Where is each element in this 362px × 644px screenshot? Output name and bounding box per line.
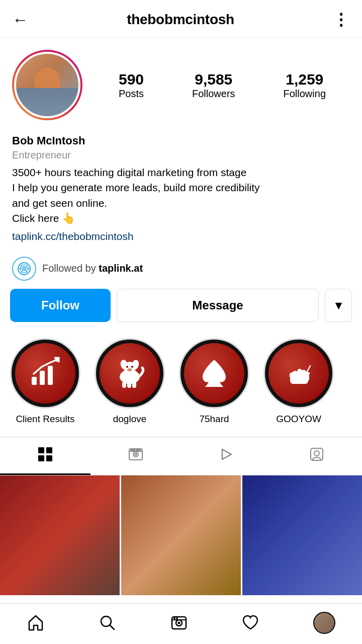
home-icon <box>27 614 45 632</box>
heart-icon <box>241 614 259 632</box>
avatar-image <box>16 54 78 116</box>
action-buttons: Follow Message ▾ <box>0 289 362 334</box>
header-username: thebobmcintosh <box>127 12 234 28</box>
nav-search[interactable] <box>99 614 117 632</box>
svg-rect-6 <box>48 366 53 385</box>
svg-rect-5 <box>40 371 45 385</box>
reels-icon <box>128 446 144 466</box>
nav-likes[interactable] <box>241 614 259 632</box>
grid-icon <box>37 446 53 466</box>
highlight-inner-4 <box>268 343 329 404</box>
nav-profile-avatar <box>313 612 335 634</box>
profile-top: 590 Posts 9,585 Followers 1,259 Followin… <box>12 50 350 120</box>
bottom-navigation <box>0 603 362 644</box>
highlight-label-2: doglove <box>113 414 147 425</box>
message-button[interactable]: Message <box>117 289 319 322</box>
svg-rect-13 <box>127 382 131 388</box>
highlight-circle-3 <box>179 338 249 409</box>
svg-rect-4 <box>32 377 37 385</box>
highlight-item[interactable]: Client Results <box>10 338 80 425</box>
svg-rect-14 <box>132 382 136 388</box>
back-button[interactable]: ← <box>12 11 28 29</box>
svg-point-35 <box>139 449 141 451</box>
highlight-item[interactable]: doglove <box>95 338 165 425</box>
dropdown-button[interactable]: ▾ <box>325 289 352 322</box>
highlight-inner-3 <box>184 343 244 404</box>
svg-point-32 <box>131 449 133 451</box>
highlights-section: Client Results <box>0 334 362 437</box>
tagged-icon <box>309 446 325 466</box>
highlight-inner-1 <box>15 343 75 404</box>
highlight-label-4: GOOYOW <box>276 414 321 425</box>
play-icon <box>218 446 234 466</box>
post-thumbnail[interactable] <box>0 475 120 595</box>
followed-by-section: Followed by taplink.at <box>0 251 362 289</box>
svg-rect-27 <box>46 455 52 461</box>
avatar <box>14 52 80 118</box>
svg-rect-36 <box>311 448 323 460</box>
svg-point-37 <box>314 451 319 456</box>
followed-by-icon <box>12 257 36 281</box>
svg-point-42 <box>177 622 180 624</box>
bio-occupation: Entrepreneur <box>12 149 350 161</box>
svg-rect-12 <box>122 382 126 388</box>
followed-by-text: Followed by taplink.at <box>42 263 143 274</box>
tab-play[interactable] <box>181 437 272 475</box>
svg-point-45 <box>176 617 178 619</box>
nav-home[interactable] <box>27 614 45 632</box>
tab-reels[interactable] <box>90 437 181 475</box>
svg-rect-24 <box>38 447 44 453</box>
profile-section: 590 Posts 9,585 Followers 1,259 Followin… <box>0 38 362 134</box>
more-options-button[interactable]: ⋮ <box>333 10 350 29</box>
tab-grid[interactable] <box>0 437 90 475</box>
stat-following[interactable]: 1,259 Following <box>284 71 326 100</box>
reels-nav-icon <box>170 614 188 632</box>
post-thumbnail[interactable] <box>242 475 362 595</box>
stat-posts[interactable]: 590 Posts <box>119 71 144 100</box>
highlight-inner-2 <box>100 343 160 404</box>
svg-line-39 <box>110 625 114 629</box>
nav-profile[interactable] <box>313 612 335 634</box>
display-name: Bob McIntosh <box>12 134 350 147</box>
svg-point-16 <box>131 366 133 368</box>
highlight-circle-2 <box>95 338 165 409</box>
svg-point-15 <box>126 366 128 368</box>
post-thumbnail[interactable] <box>121 475 241 595</box>
stats-row: 590 Posts 9,585 Followers 1,259 Followin… <box>95 71 350 100</box>
tab-tagged[interactable] <box>272 437 362 475</box>
search-icon <box>99 614 117 632</box>
highlight-circle-4 <box>263 338 334 409</box>
highlight-circle-1 <box>10 338 80 409</box>
svg-rect-25 <box>46 447 52 453</box>
follow-button[interactable]: Follow <box>10 289 111 322</box>
bio-link[interactable]: taplink.cc/thebobmcintosh <box>12 230 134 242</box>
avatar-ring[interactable] <box>12 50 82 120</box>
svg-point-29 <box>133 452 138 457</box>
post-grid <box>0 475 362 595</box>
nav-reels[interactable] <box>170 614 188 632</box>
svg-point-33 <box>134 449 135 451</box>
highlight-label-1: Client Results <box>16 414 74 425</box>
header: ← thebobmcintosh ⋮ <box>0 0 362 38</box>
svg-point-17 <box>127 368 132 371</box>
highlight-item[interactable]: GOOYOW <box>263 338 334 425</box>
highlight-item[interactable]: 75hard <box>179 338 249 425</box>
stat-followers[interactable]: 9,585 Followers <box>192 71 235 100</box>
highlight-label-3: 75hard <box>199 414 229 425</box>
svg-point-34 <box>137 449 138 451</box>
bio-section: Bob McIntosh Entrepreneur 3500+ hours te… <box>0 134 362 251</box>
bio-text: 3500+ hours teaching digital marketing f… <box>12 165 350 226</box>
svg-point-44 <box>173 617 175 619</box>
content-tab-bar <box>0 437 362 475</box>
svg-rect-26 <box>38 455 44 461</box>
svg-point-30 <box>135 453 137 455</box>
